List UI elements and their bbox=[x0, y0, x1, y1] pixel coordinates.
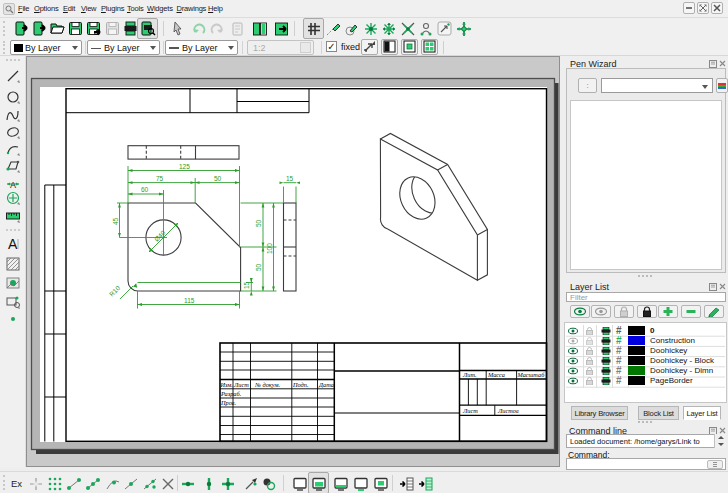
svg-text:Подп.: Подп. bbox=[292, 381, 309, 388]
svg-text:Масса: Масса bbox=[487, 371, 505, 378]
svg-text:Масштаб: Масштаб bbox=[517, 371, 546, 378]
svg-text:50: 50 bbox=[214, 175, 222, 182]
svg-text:№ докум.: № докум. bbox=[254, 381, 280, 388]
svg-text:75: 75 bbox=[156, 175, 164, 182]
svg-text:125: 125 bbox=[179, 163, 190, 170]
svg-text:15: 15 bbox=[286, 175, 294, 182]
svg-text:Пров.: Пров. bbox=[220, 399, 236, 406]
svg-text:Лит.: Лит. bbox=[462, 371, 477, 378]
svg-text:Лист: Лист bbox=[462, 407, 478, 414]
svg-text:115: 115 bbox=[184, 297, 195, 304]
svg-text:Разраб.: Разраб. bbox=[220, 390, 241, 397]
svg-text:15: 15 bbox=[243, 281, 250, 289]
svg-text:Лист: Лист bbox=[233, 381, 249, 388]
svg-text:Дата: Дата bbox=[318, 381, 334, 388]
svg-text:45: 45 bbox=[112, 217, 119, 225]
svg-text:50: 50 bbox=[255, 263, 262, 271]
svg-text:Изм.: Изм. bbox=[220, 381, 233, 388]
svg-text:50: 50 bbox=[255, 219, 262, 227]
svg-text:60: 60 bbox=[141, 186, 149, 193]
svg-text:Листов: Листов bbox=[497, 407, 519, 414]
svg-text:100: 100 bbox=[266, 243, 273, 254]
